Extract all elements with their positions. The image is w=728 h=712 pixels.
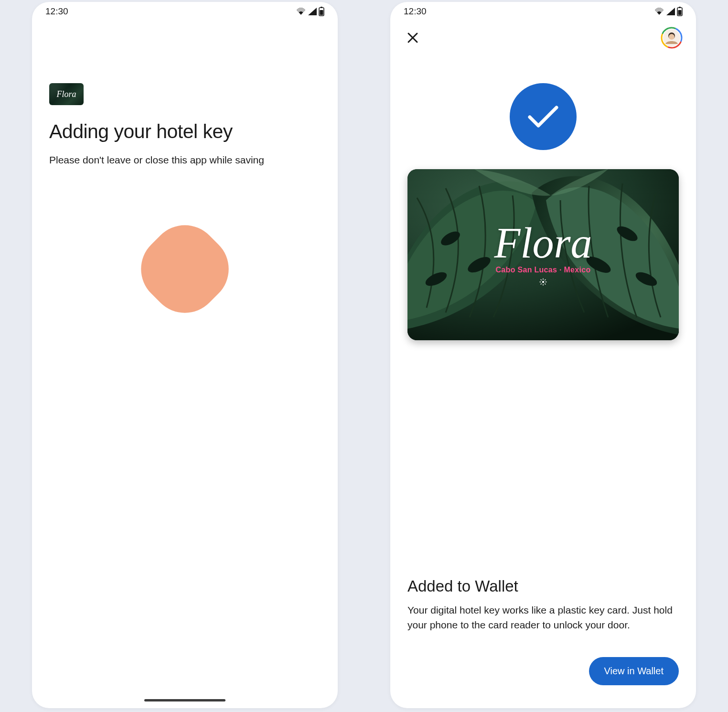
hotel-key-thumbnail: Flora (49, 83, 84, 105)
hotel-location: Cabo San Lucas · Mexico (496, 266, 591, 274)
success-check-circle (510, 83, 577, 150)
status-time: 12:30 (45, 6, 68, 17)
avatar-ring-icon (661, 27, 683, 49)
svg-line-27 (545, 283, 546, 284)
phone-screen-adding: 12:30 Flora Adding your hotel key Please… (32, 2, 338, 708)
svg-line-28 (545, 280, 546, 280)
svg-rect-1 (321, 7, 322, 8)
phone-screen-added: 12:30 (390, 2, 696, 708)
svg-point-12 (669, 34, 674, 40)
status-icons (296, 7, 324, 16)
status-time: 12:30 (404, 6, 427, 17)
svg-line-26 (541, 280, 542, 280)
loading-spinner (49, 228, 321, 310)
battery-icon (677, 7, 683, 16)
cellular-icon (308, 7, 317, 16)
svg-point-21 (542, 281, 544, 283)
check-icon (526, 103, 560, 130)
header-row (390, 21, 696, 54)
hotel-key-card[interactable]: Flora Cabo San Lucas · Mexico (407, 169, 679, 340)
heading-adding-key: Adding your hotel key (49, 120, 321, 143)
hotel-brand-name: Flora (494, 222, 592, 265)
close-button[interactable] (404, 29, 422, 47)
status-bar: 12:30 (390, 2, 696, 21)
cellular-icon (666, 7, 675, 16)
svg-rect-2 (320, 10, 323, 15)
spinner-shape (127, 211, 243, 327)
svg-rect-5 (678, 10, 682, 15)
wifi-icon (296, 7, 306, 16)
view-in-wallet-button[interactable]: View in Wallet (589, 657, 679, 685)
subheading-adding-key: Please don't leave or close this app whi… (49, 154, 321, 166)
home-indicator[interactable] (144, 699, 225, 701)
status-bar: 12:30 (32, 2, 338, 21)
account-avatar-button[interactable] (661, 27, 683, 49)
wifi-icon (654, 7, 664, 16)
description-added-to-wallet: Your digital hotel key works like a plas… (407, 603, 679, 632)
svg-rect-4 (679, 7, 681, 8)
battery-icon (319, 7, 324, 16)
hotel-key-thumbnail-brand: Flora (56, 89, 76, 99)
svg-line-29 (541, 283, 542, 284)
sun-icon (539, 278, 547, 288)
close-icon (406, 31, 419, 44)
status-icons (654, 7, 683, 16)
heading-added-to-wallet: Added to Wallet (407, 577, 679, 595)
